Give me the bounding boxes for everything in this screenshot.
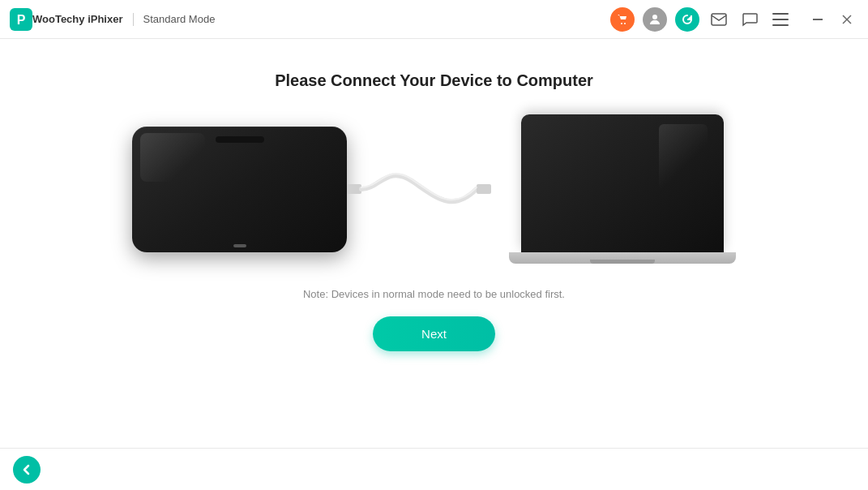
- window-controls: [806, 8, 858, 31]
- svg-rect-7: [772, 19, 789, 20]
- svg-point-4: [652, 15, 657, 19]
- svg-point-2: [621, 23, 622, 24]
- usb-cable: [347, 140, 509, 238]
- laptop-device: [509, 114, 736, 264]
- titlebar: P WooTechy iPhixer Standard Mode: [0, 0, 868, 39]
- phone-port: [233, 244, 246, 247]
- connection-illustration: [132, 114, 736, 264]
- chat-icon-button[interactable]: [738, 8, 761, 31]
- svg-rect-9: [813, 19, 823, 20]
- laptop-screen: [521, 114, 724, 252]
- bottom-bar: [0, 448, 868, 490]
- svg-rect-5: [712, 14, 726, 25]
- laptop-glare: [659, 124, 708, 189]
- back-button[interactable]: [13, 456, 41, 484]
- titlebar-divider: [133, 13, 134, 26]
- svg-rect-6: [772, 13, 789, 15]
- note-text: Note: Devices in normal mode need to be …: [303, 288, 565, 300]
- titlebar-icons: [610, 7, 858, 32]
- shop-icon-button[interactable]: [610, 7, 635, 32]
- menu-icon-button[interactable]: [769, 8, 792, 31]
- app-name: WooTechy iPhixer: [32, 13, 123, 25]
- page-title: Please Connect Your Device to Computer: [275, 71, 593, 90]
- laptop-base: [509, 252, 736, 264]
- svg-rect-13: [477, 184, 491, 194]
- phone-device: [132, 127, 347, 252]
- svg-text:P: P: [17, 13, 26, 27]
- svg-rect-8: [772, 24, 789, 26]
- minimize-button[interactable]: [806, 8, 829, 31]
- app-logo: P: [10, 8, 32, 31]
- mode-label: Standard Mode: [143, 13, 611, 25]
- next-button[interactable]: Next: [373, 316, 495, 351]
- phone-glare: [140, 133, 205, 182]
- update-icon-button[interactable]: [675, 7, 699, 32]
- user-icon-button[interactable]: [643, 7, 667, 32]
- mail-icon-button[interactable]: [708, 8, 730, 31]
- close-button[interactable]: [836, 8, 858, 31]
- svg-point-3: [624, 23, 626, 24]
- main-content: Please Connect Your Device to Computer: [0, 39, 868, 448]
